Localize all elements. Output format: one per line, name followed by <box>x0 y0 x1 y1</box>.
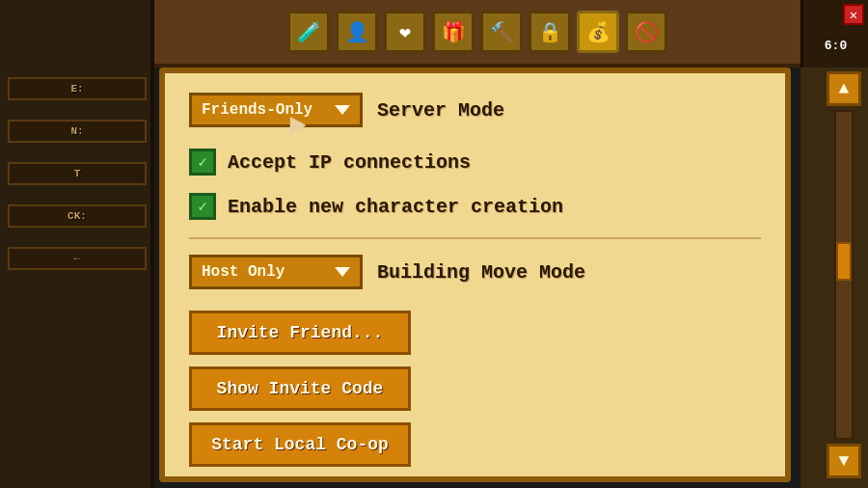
toolbar-slot-5[interactable]: 🔒 <box>529 11 571 53</box>
toolbar-slot-3[interactable]: 🎁 <box>432 11 475 53</box>
invite-friend-button[interactable]: Invite Friend... <box>189 311 411 355</box>
left-label-arrow[interactable]: ← <box>8 247 147 270</box>
building-move-arrow-icon <box>335 267 350 277</box>
enable-character-label: Enable new character creation <box>228 196 563 218</box>
building-move-value: Host Only <box>202 263 285 281</box>
building-move-dropdown[interactable]: Host Only <box>189 255 363 289</box>
close-button[interactable]: ✕ <box>843 4 864 25</box>
left-labels: E: N: T CK: ← <box>0 68 154 280</box>
left-label-e: E: <box>8 77 147 100</box>
accept-ip-row: ✓ Accept IP connections <box>189 149 761 176</box>
toolbar-slot-2[interactable]: ❤️ <box>384 11 426 53</box>
divider <box>189 237 761 239</box>
building-move-row: Host Only Building Move Mode <box>189 255 761 289</box>
accept-ip-check-icon: ✓ <box>198 152 207 172</box>
left-label-t: T <box>8 162 147 185</box>
server-mode-value: Friends-Only <box>202 101 312 119</box>
scroll-track <box>834 110 854 440</box>
toolbar: 🧪 👤 ❤️ 🎁 🔨 🔒 💰 🚫 <box>154 0 800 68</box>
scroll-down-button[interactable]: ▼ <box>827 444 861 478</box>
toolbar-slot-7[interactable]: 🚫 <box>625 11 667 53</box>
server-mode-dropdown[interactable]: Friends-Only <box>189 93 363 127</box>
time-display: 6:0 <box>825 39 847 53</box>
toolbar-slot-4[interactable]: 🔨 <box>480 11 523 53</box>
enable-character-row: ✓ Enable new character creation <box>189 193 761 220</box>
building-move-label: Building Move Mode <box>377 261 585 284</box>
left-label-ck: CK: <box>8 204 147 228</box>
server-mode-arrow-icon <box>335 105 350 115</box>
accept-ip-label: Accept IP connections <box>228 151 471 174</box>
enable-character-checkbox[interactable]: ✓ <box>189 193 216 220</box>
scroll-up-button[interactable]: ▲ <box>827 71 861 106</box>
server-mode-label: Server Mode <box>377 99 504 122</box>
scroll-thumb[interactable] <box>836 242 852 281</box>
server-mode-row: Friends-Only Server Mode <box>189 93 761 127</box>
start-local-coop-button[interactable]: Start Local Co-op <box>189 422 411 467</box>
toolbar-slot-0[interactable]: 🧪 <box>287 11 330 53</box>
scrollbar: ▲ ▼ <box>820 68 868 482</box>
show-invite-code-button[interactable]: Show Invite Code <box>189 366 411 411</box>
main-panel: Friends-Only Server Mode ✓ Accept IP con… <box>159 68 791 482</box>
top-right-panel: ✕ 6:0 <box>800 0 868 68</box>
toolbar-slot-6[interactable]: 💰 <box>577 11 619 53</box>
left-label-n: N: <box>8 120 147 143</box>
accept-ip-checkbox[interactable]: ✓ <box>189 149 216 176</box>
toolbar-slot-1[interactable]: 👤 <box>336 11 378 53</box>
enable-character-check-icon: ✓ <box>198 197 207 216</box>
